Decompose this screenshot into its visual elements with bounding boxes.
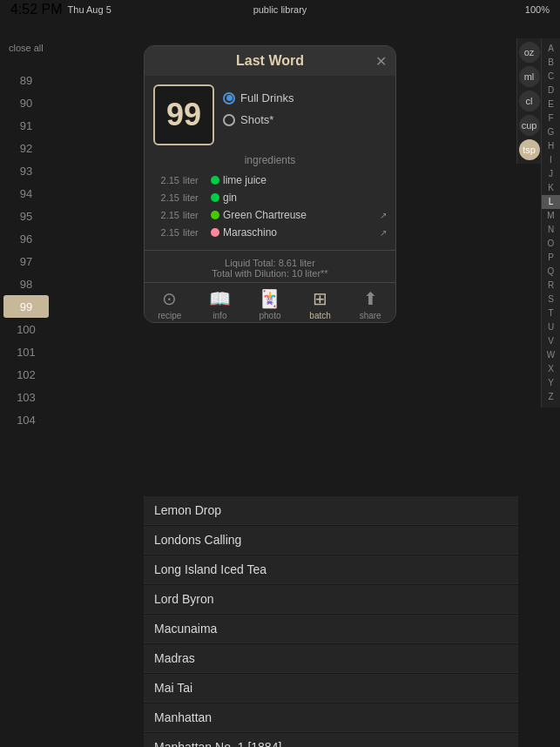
card-header: Last Word ✕ bbox=[145, 46, 395, 76]
info-icon: 📖 bbox=[209, 288, 231, 309]
number-item[interactable]: 94 bbox=[0, 182, 52, 205]
alpha-T[interactable]: T bbox=[542, 306, 560, 320]
number-item[interactable]: 95 bbox=[0, 205, 52, 227]
external-link-icon[interactable]: ↗ bbox=[380, 211, 387, 220]
alpha-Z[interactable]: Z bbox=[542, 390, 560, 404]
number-list: 8990919293949596979899100101102103104 bbox=[0, 38, 52, 431]
close-icon[interactable]: ✕ bbox=[375, 53, 387, 70]
alpha-X[interactable]: X bbox=[542, 362, 560, 376]
drink-list-item[interactable]: Madras bbox=[144, 644, 518, 673]
drink-list-item[interactable]: Mai Tai bbox=[144, 674, 518, 703]
number-item[interactable]: 97 bbox=[0, 250, 52, 273]
dilution-total: Total with Dilution: 10 liter** bbox=[153, 268, 387, 279]
alpha-I[interactable]: I bbox=[542, 153, 560, 167]
number-item[interactable]: 99 bbox=[3, 295, 49, 318]
number-item[interactable]: 93 bbox=[0, 159, 52, 182]
ingredient-color-dot bbox=[211, 211, 219, 219]
status-battery: 100% bbox=[525, 4, 550, 15]
alpha-H[interactable]: H bbox=[542, 139, 560, 153]
card-top-row: 99 Full DrinksShots* bbox=[153, 84, 387, 145]
batch-icon: ⊞ bbox=[313, 288, 327, 309]
radio-option[interactable]: Shots* bbox=[223, 113, 293, 126]
unit-ml-button[interactable]: ml bbox=[519, 66, 540, 87]
ingredient-color-dot bbox=[211, 176, 219, 185]
alpha-A[interactable]: A bbox=[542, 42, 560, 56]
alpha-P[interactable]: P bbox=[542, 251, 560, 265]
number-item[interactable]: 90 bbox=[0, 91, 52, 114]
alpha-O[interactable]: O bbox=[542, 237, 560, 251]
ingredients-label: ingredients bbox=[153, 154, 387, 166]
radio-option[interactable]: Full Drinks bbox=[223, 91, 293, 104]
drink-list-item[interactable]: Lord Byron bbox=[144, 585, 518, 614]
alpha-E[interactable]: E bbox=[542, 98, 560, 111]
photo-icon: 🃏 bbox=[259, 288, 280, 309]
drink-list-item[interactable]: Manhattan bbox=[144, 703, 518, 732]
alpha-M[interactable]: M bbox=[542, 209, 560, 223]
drink-list-item[interactable]: Londons Calling bbox=[144, 526, 518, 555]
unit-tsp-button[interactable]: tsp bbox=[519, 139, 540, 160]
number-item[interactable]: 96 bbox=[0, 227, 52, 250]
alpha-V[interactable]: V bbox=[542, 334, 560, 348]
nav-photo[interactable]: 🃏 photo bbox=[245, 288, 295, 320]
number-item[interactable]: 101 bbox=[0, 340, 52, 363]
score-number: 99 bbox=[166, 97, 201, 133]
number-item[interactable]: 103 bbox=[0, 386, 52, 408]
ingredient-amount: 2.15 bbox=[153, 210, 179, 220]
number-item[interactable]: 102 bbox=[0, 363, 52, 386]
number-item[interactable]: 91 bbox=[0, 114, 52, 137]
drink-type-selector: Full DrinksShots* bbox=[223, 84, 293, 145]
alpha-Y[interactable]: Y bbox=[542, 376, 560, 390]
nav-info[interactable]: 📖 info bbox=[195, 288, 246, 320]
drink-list-item[interactable]: Macunaima bbox=[144, 615, 518, 643]
number-item[interactable]: 89 bbox=[0, 69, 52, 91]
share-icon: ⬆ bbox=[363, 288, 378, 309]
ingredient-name[interactable]: gin bbox=[223, 192, 387, 204]
alpha-W[interactable]: W bbox=[542, 348, 560, 362]
ingredient-unit: liter bbox=[183, 210, 207, 220]
share-label: share bbox=[360, 311, 381, 320]
unit-cl-button[interactable]: cl bbox=[519, 91, 540, 111]
info-label: info bbox=[213, 311, 226, 320]
nav-batch[interactable]: ⊞ batch bbox=[295, 288, 346, 320]
score-box: 99 bbox=[153, 84, 214, 145]
drink-list: Lemon DropLondons CallingLong Island Ice… bbox=[144, 496, 518, 747]
batch-label: batch bbox=[309, 311, 330, 320]
unit-oz-button[interactable]: oz bbox=[519, 42, 540, 63]
number-item[interactable]: 104 bbox=[0, 408, 52, 431]
ingredient-unit: liter bbox=[183, 175, 207, 185]
alpha-F[interactable]: F bbox=[542, 111, 560, 125]
external-link-icon[interactable]: ↗ bbox=[380, 228, 387, 238]
status-time: 4:52 PM bbox=[10, 2, 63, 17]
left-sidebar: close all 899091929394959697989910010110… bbox=[0, 38, 144, 747]
alpha-K[interactable]: K bbox=[542, 181, 560, 195]
unit-cup-button[interactable]: cup bbox=[519, 115, 540, 136]
drink-list-item[interactable]: Lemon Drop bbox=[144, 496, 518, 525]
nav-share[interactable]: ⬆ share bbox=[345, 288, 395, 320]
ingredient-color-dot bbox=[211, 193, 219, 202]
alpha-S[interactable]: S bbox=[542, 293, 560, 306]
alpha-U[interactable]: U bbox=[542, 320, 560, 334]
alpha-Q[interactable]: Q bbox=[542, 265, 560, 279]
alpha-D[interactable]: D bbox=[542, 84, 560, 98]
alpha-R[interactable]: R bbox=[542, 279, 560, 293]
alpha-G[interactable]: G bbox=[542, 125, 560, 139]
radio-dot bbox=[223, 114, 235, 126]
number-item[interactable]: 92 bbox=[0, 137, 52, 159]
drink-list-item[interactable]: Manhattan No. 1 [1884] bbox=[144, 733, 518, 747]
ingredient-name[interactable]: Maraschino bbox=[223, 226, 376, 239]
drink-list-item[interactable]: Long Island Iced Tea bbox=[144, 555, 518, 584]
alpha-C[interactable]: C bbox=[542, 70, 560, 84]
alpha-B[interactable]: B bbox=[542, 56, 560, 70]
alpha-L[interactable]: L bbox=[542, 195, 560, 209]
number-item[interactable]: 100 bbox=[0, 318, 52, 340]
ingredient-amount: 2.15 bbox=[153, 227, 179, 238]
alpha-N[interactable]: N bbox=[542, 223, 560, 237]
status-day: Thu Aug 5 bbox=[68, 4, 111, 15]
number-item[interactable]: 98 bbox=[0, 273, 52, 295]
ingredient-name[interactable]: lime juice bbox=[223, 174, 387, 186]
nav-recipe[interactable]: ⊙ recipe bbox=[145, 288, 195, 320]
close-all-button[interactable]: close all bbox=[9, 43, 44, 53]
alpha-J[interactable]: J bbox=[542, 167, 560, 181]
recipe-label: recipe bbox=[158, 311, 181, 320]
ingredient-name[interactable]: Green Chartreuse bbox=[223, 209, 376, 221]
